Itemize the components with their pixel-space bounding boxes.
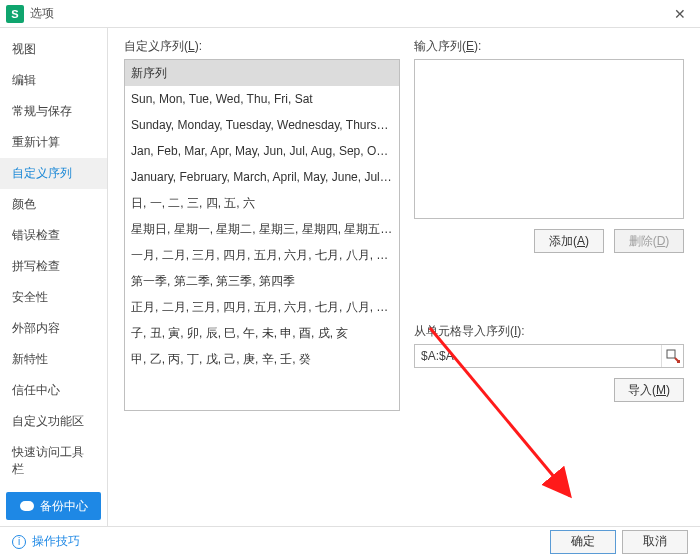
sidebar-item-view[interactable]: 视图: [0, 34, 107, 65]
svg-rect-0: [667, 350, 675, 358]
custom-seq-listbox[interactable]: 新序列 Sun, Mon, Tue, Wed, Thu, Fri, Sat Su…: [124, 59, 400, 411]
list-item[interactable]: 新序列: [125, 60, 399, 86]
sidebar-items: 视图 编辑 常规与保存 重新计算 自定义序列 颜色 错误检查 拼写检查 安全性 …: [0, 34, 107, 486]
list-item[interactable]: 正月, 二月, 三月, 四月, 五月, 六月, 七月, 八月, 九月, 十月, …: [125, 294, 399, 320]
sidebar-item-external[interactable]: 外部内容: [0, 313, 107, 344]
cancel-button[interactable]: 取消: [622, 530, 688, 554]
list-item[interactable]: 第一季, 第二季, 第三季, 第四季: [125, 268, 399, 294]
cell-import-label: 从单元格导入序列(I):: [414, 323, 684, 340]
sidebar-item-error-check[interactable]: 错误检查: [0, 220, 107, 251]
sidebar-item-quick-access[interactable]: 快速访问工具栏: [0, 437, 107, 485]
tips-icon: i: [12, 535, 26, 549]
delete-button: 删除(D): [614, 229, 684, 253]
sidebar-item-color[interactable]: 颜色: [0, 189, 107, 220]
backup-center-button[interactable]: 备份中心: [6, 492, 101, 520]
list-item[interactable]: 一月, 二月, 三月, 四月, 五月, 六月, 七月, 八月, 九月, 十月, …: [125, 242, 399, 268]
ok-button[interactable]: 确定: [550, 530, 616, 554]
sidebar-item-edit[interactable]: 编辑: [0, 65, 107, 96]
input-seq-textarea[interactable]: [414, 59, 684, 219]
sidebar-item-spell-check[interactable]: 拼写检查: [0, 251, 107, 282]
window-title: 选项: [30, 5, 666, 22]
list-item[interactable]: Jan, Feb, Mar, Apr, May, Jun, Jul, Aug, …: [125, 138, 399, 164]
range-select-icon[interactable]: [661, 345, 683, 367]
cell-import-input-wrap: [414, 344, 684, 368]
app-icon: S: [6, 5, 24, 23]
list-item[interactable]: January, February, March, April, May, Ju…: [125, 164, 399, 190]
import-button[interactable]: 导入(M): [614, 378, 684, 402]
backup-label: 备份中心: [40, 498, 88, 515]
list-item[interactable]: Sun, Mon, Tue, Wed, Thu, Fri, Sat: [125, 86, 399, 112]
add-button[interactable]: 添加(A): [534, 229, 604, 253]
footer: i 操作技巧 确定 取消: [0, 526, 700, 556]
main-panel: 自定义序列(L): 新序列 Sun, Mon, Tue, Wed, Thu, F…: [108, 28, 700, 526]
input-seq-label: 输入序列(E):: [414, 38, 684, 55]
tips-link[interactable]: 操作技巧: [32, 533, 80, 550]
titlebar: S 选项 ✕: [0, 0, 700, 28]
list-item[interactable]: Sunday, Monday, Tuesday, Wednesday, Thur…: [125, 112, 399, 138]
list-item[interactable]: 甲, 乙, 丙, 丁, 戊, 己, 庚, 辛, 壬, 癸: [125, 346, 399, 372]
close-icon[interactable]: ✕: [666, 0, 694, 28]
custom-seq-label: 自定义序列(L):: [124, 38, 400, 55]
list-item[interactable]: 星期日, 星期一, 星期二, 星期三, 星期四, 星期五, 星期六: [125, 216, 399, 242]
list-item[interactable]: 日, 一, 二, 三, 四, 五, 六: [125, 190, 399, 216]
sidebar: 视图 编辑 常规与保存 重新计算 自定义序列 颜色 错误检查 拼写检查 安全性 …: [0, 28, 108, 526]
sidebar-item-trust-center[interactable]: 信任中心: [0, 375, 107, 406]
sidebar-item-general-save[interactable]: 常规与保存: [0, 96, 107, 127]
list-item[interactable]: 子, 丑, 寅, 卯, 辰, 巳, 午, 未, 申, 酉, 戌, 亥: [125, 320, 399, 346]
sidebar-item-custom-ribbon[interactable]: 自定义功能区: [0, 406, 107, 437]
sidebar-item-recalc[interactable]: 重新计算: [0, 127, 107, 158]
sidebar-item-new-features[interactable]: 新特性: [0, 344, 107, 375]
sidebar-item-custom-seq[interactable]: 自定义序列: [0, 158, 107, 189]
sidebar-item-security[interactable]: 安全性: [0, 282, 107, 313]
cloud-icon: [20, 501, 34, 511]
cell-import-input[interactable]: [415, 349, 661, 363]
